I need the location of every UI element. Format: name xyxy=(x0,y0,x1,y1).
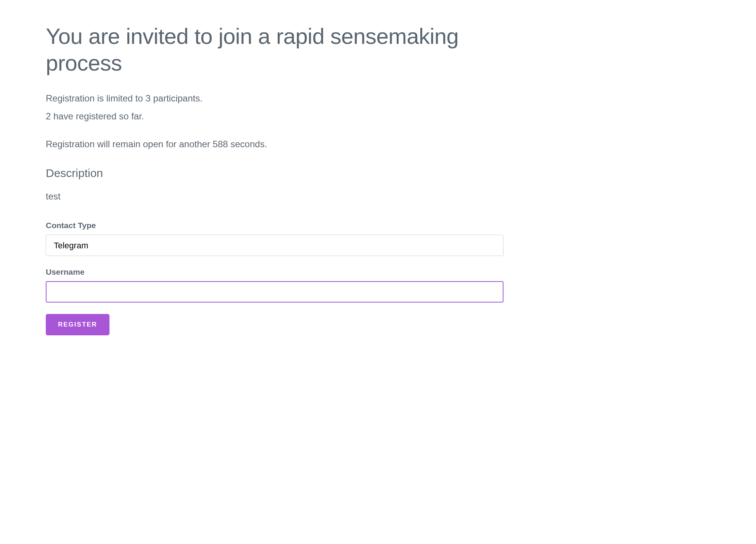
username-label: Username xyxy=(46,267,503,277)
contact-type-label: Contact Type xyxy=(46,221,503,230)
register-button[interactable]: REGISTER xyxy=(46,314,109,335)
username-input[interactable] xyxy=(46,281,503,303)
contact-type-select[interactable]: Telegram xyxy=(46,235,503,256)
registration-timer-text: Registration will remain open for anothe… xyxy=(46,137,503,151)
page-title: You are invited to join a rapid sensemak… xyxy=(46,23,503,76)
registered-count-text: 2 have registered so far. xyxy=(46,109,503,124)
description-body: test xyxy=(46,191,503,202)
description-heading: Description xyxy=(46,167,503,180)
registration-limit-text: Registration is limited to 3 participant… xyxy=(46,91,503,106)
